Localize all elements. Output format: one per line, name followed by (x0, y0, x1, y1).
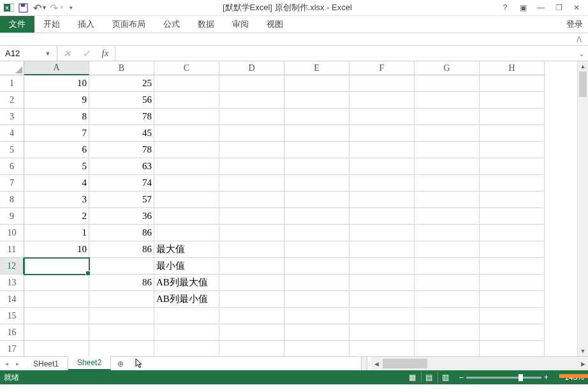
cell-G5[interactable] (415, 142, 480, 158)
cell-D7[interactable] (219, 175, 284, 192)
formula-enter-button[interactable]: ✓ (77, 48, 96, 59)
cell-H7[interactable] (480, 175, 545, 192)
signin-link[interactable]: 登录 (561, 16, 588, 33)
cell-A3[interactable]: 8 (24, 109, 89, 125)
cell-C10[interactable] (154, 225, 219, 241)
cell-B13[interactable]: 86 (89, 275, 154, 291)
horizontal-scrollbar[interactable]: ◀ ▶ (371, 357, 588, 370)
scroll-left-icon[interactable]: ◀ (371, 361, 381, 367)
qat-customize-icon[interactable]: ▾ (64, 1, 78, 15)
cell-A7[interactable]: 4 (24, 175, 89, 192)
tab-page-layout[interactable]: 页面布局 (103, 16, 154, 33)
view-normal-button[interactable]: ▦ (404, 372, 420, 383)
cell-C8[interactable] (154, 192, 219, 208)
collapse-ribbon-icon[interactable]: ᐱ (577, 35, 582, 44)
cell-A17[interactable] (24, 341, 89, 356)
cell-D3[interactable] (219, 109, 284, 125)
cell-H11[interactable] (480, 241, 545, 258)
vertical-scrollbar[interactable]: ▲ ▼ (577, 61, 588, 356)
close-button[interactable]: ✕ (568, 1, 585, 15)
row-header[interactable]: 10 (0, 225, 24, 241)
cell-A2[interactable]: 9 (24, 92, 89, 109)
row-header[interactable]: 2 (0, 92, 24, 109)
cell-D4[interactable] (219, 125, 284, 142)
cell-E15[interactable] (284, 308, 349, 324)
cell-D9[interactable] (219, 208, 284, 225)
cell-H14[interactable] (480, 291, 545, 308)
cell-E1[interactable] (284, 75, 349, 92)
cell-B16[interactable] (89, 324, 154, 341)
cell-C3[interactable] (154, 109, 219, 125)
cell-D5[interactable] (219, 142, 284, 158)
ribbon-options-button[interactable]: ▣ (514, 1, 532, 15)
cell-F5[interactable] (349, 142, 415, 158)
sheet-tab-sheet2[interactable]: Sheet2 (68, 356, 111, 370)
cell-C4[interactable] (154, 125, 219, 142)
cell-C12[interactable]: 最小值 (154, 258, 219, 275)
row-header[interactable]: 8 (0, 192, 24, 208)
tab-view[interactable]: 视图 (258, 16, 292, 33)
cell-G2[interactable] (415, 92, 480, 109)
cell-G6[interactable] (415, 158, 480, 175)
cell-H13[interactable] (480, 275, 545, 291)
cell-H16[interactable] (480, 324, 545, 341)
cell-B12[interactable] (89, 258, 154, 275)
cell-B3[interactable]: 78 (89, 109, 154, 125)
cell-H2[interactable] (480, 92, 545, 109)
cell-B6[interactable]: 63 (89, 158, 154, 175)
cell-C16[interactable] (154, 324, 219, 341)
cell-A13[interactable] (24, 275, 89, 291)
cell-B10[interactable]: 86 (89, 225, 154, 241)
row-header[interactable]: 3 (0, 109, 24, 125)
zoom-slider-track[interactable] (466, 377, 541, 379)
sheet-tab-sheet1[interactable]: SHeet1 (24, 358, 68, 370)
cell-E6[interactable] (284, 158, 349, 175)
formula-cancel-button[interactable]: ✕ (57, 48, 77, 59)
cell-B1[interactable]: 25 (89, 75, 154, 92)
column-header-B[interactable]: B (89, 61, 154, 75)
formula-bar-expand-icon[interactable]: ⌄ (575, 46, 588, 61)
cell-F16[interactable] (349, 324, 415, 341)
row-header[interactable]: 16 (0, 324, 24, 341)
cell-G12[interactable] (415, 258, 480, 275)
cell-F7[interactable] (349, 175, 415, 192)
view-page-layout-button[interactable]: ▤ (421, 372, 436, 383)
cell-F9[interactable] (349, 208, 415, 225)
cell-A10[interactable]: 1 (24, 225, 89, 241)
cell-E11[interactable] (284, 241, 349, 258)
name-box-dropdown-icon[interactable]: ▼ (41, 50, 54, 57)
cell-A6[interactable]: 5 (24, 158, 89, 175)
horizontal-scroll-thumb[interactable] (383, 359, 427, 368)
scroll-up-icon[interactable]: ▲ (578, 61, 588, 72)
cell-E13[interactable] (284, 275, 349, 291)
cell-D17[interactable] (219, 341, 284, 356)
cell-G16[interactable] (415, 324, 480, 341)
column-header-A[interactable]: A (24, 61, 89, 75)
row-header[interactable]: 5 (0, 142, 24, 158)
cell-B5[interactable]: 78 (89, 142, 154, 158)
vertical-scroll-thumb[interactable] (579, 72, 587, 97)
cell-E12[interactable] (284, 258, 349, 275)
cell-G15[interactable] (415, 308, 480, 324)
cell-E5[interactable] (284, 142, 349, 158)
cell-E9[interactable] (284, 208, 349, 225)
row-header[interactable]: 7 (0, 175, 24, 192)
cell-B17[interactable] (89, 341, 154, 356)
cell-F1[interactable] (349, 75, 415, 92)
cell-G13[interactable] (415, 275, 480, 291)
column-header-H[interactable]: H (480, 61, 545, 75)
cell-A9[interactable]: 2 (24, 208, 89, 225)
cell-H10[interactable] (480, 225, 545, 241)
help-button[interactable]: ? (496, 1, 514, 15)
insert-function-button[interactable]: fx (96, 48, 115, 59)
cell-D15[interactable] (219, 308, 284, 324)
redo-dropdown-icon[interactable]: ▼ (59, 4, 64, 11)
name-box-input[interactable] (0, 49, 41, 58)
cell-G11[interactable] (415, 241, 480, 258)
cell-E3[interactable] (284, 109, 349, 125)
cell-B2[interactable]: 56 (89, 92, 154, 109)
zoom-in-button[interactable]: + (544, 373, 548, 382)
column-header-G[interactable]: G (415, 61, 480, 75)
undo-dropdown-icon[interactable]: ▼ (41, 4, 47, 11)
cell-G4[interactable] (415, 125, 480, 142)
